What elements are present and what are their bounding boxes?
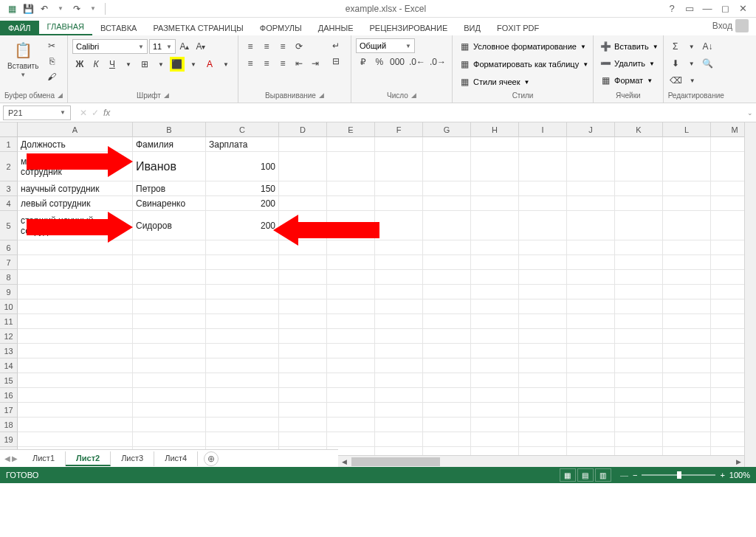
page-break-view-icon[interactable]: ▥ xyxy=(595,468,611,482)
align-top-icon[interactable]: ≡ xyxy=(243,39,258,54)
cell-K6[interactable] xyxy=(615,240,663,255)
cell-H14[interactable] xyxy=(471,358,519,373)
indent-decrease-icon[interactable]: ⇤ xyxy=(292,56,306,71)
cell-I18[interactable] xyxy=(519,418,567,432)
tab-formulas[interactable]: ФОРМУЛЫ xyxy=(252,21,310,35)
cell-J11[interactable] xyxy=(567,314,615,329)
cell-B15[interactable] xyxy=(133,373,206,388)
row-header-5[interactable]: 5 xyxy=(0,211,18,240)
cell-A16[interactable] xyxy=(18,388,133,403)
cell-K8[interactable] xyxy=(615,270,663,285)
cell-L18[interactable] xyxy=(663,418,711,432)
zoom-in-icon[interactable]: + xyxy=(720,471,724,479)
cell-E6[interactable] xyxy=(327,240,375,255)
scroll-thumb[interactable] xyxy=(351,457,440,466)
cell-G19[interactable] xyxy=(423,432,471,447)
tab-layout[interactable]: РАЗМЕТКА СТРАНИЦЫ xyxy=(145,21,251,35)
row-header-14[interactable]: 14 xyxy=(0,358,18,373)
cell-J1[interactable] xyxy=(567,137,615,152)
row-header-17[interactable]: 17 xyxy=(0,403,18,418)
cell-E8[interactable] xyxy=(327,270,375,285)
cell-D8[interactable] xyxy=(279,270,327,285)
cell-I3[interactable] xyxy=(519,181,567,196)
row-header-10[interactable]: 10 xyxy=(0,299,18,314)
cell-D13[interactable] xyxy=(279,344,327,358)
cell-D9[interactable] xyxy=(279,285,327,299)
number-format-combo[interactable]: Общий▼ xyxy=(356,38,415,53)
cell-G12[interactable] xyxy=(423,329,471,344)
cell-I10[interactable] xyxy=(519,299,567,314)
format-cells-button[interactable]: ▦Формат▼ xyxy=(598,72,659,89)
align-right-icon[interactable]: ≡ xyxy=(275,56,290,71)
clear-icon[interactable]: ⌫ xyxy=(668,73,684,88)
select-all-corner[interactable] xyxy=(0,122,18,137)
cell-K15[interactable] xyxy=(615,373,663,388)
zoom-out-icon[interactable]: − xyxy=(633,471,637,479)
cell-G13[interactable] xyxy=(423,344,471,358)
col-header-E[interactable]: E xyxy=(327,122,375,137)
row-header-11[interactable]: 11 xyxy=(0,314,18,329)
cell-G6[interactable] xyxy=(423,240,471,255)
cell-J2[interactable] xyxy=(567,152,615,181)
cell-I2[interactable] xyxy=(519,152,567,181)
cell-B5[interactable]: Сидоров xyxy=(133,211,206,240)
row-header-3[interactable]: 3 xyxy=(0,181,18,196)
cell-C12[interactable] xyxy=(206,329,279,344)
cell-E4[interactable] xyxy=(327,196,375,211)
font-color-icon[interactable]: A xyxy=(202,57,217,72)
cell-C10[interactable] xyxy=(206,299,279,314)
align-left-icon[interactable]: ≡ xyxy=(243,56,258,71)
cell-J13[interactable] xyxy=(567,344,615,358)
border-dropdown-icon[interactable]: ▼ xyxy=(154,57,168,72)
row-header-9[interactable]: 9 xyxy=(0,285,18,299)
normal-view-icon[interactable]: ▦ xyxy=(560,468,576,482)
cell-C3[interactable]: 150 xyxy=(206,181,279,196)
cell-A3[interactable]: научный сотрудник xyxy=(18,181,133,196)
cell-G17[interactable] xyxy=(423,403,471,418)
cell-B16[interactable] xyxy=(133,388,206,403)
cell-H11[interactable] xyxy=(471,314,519,329)
tab-insert[interactable]: ВСТАВКА xyxy=(92,21,145,35)
cell-E9[interactable] xyxy=(327,285,375,299)
align-bottom-icon[interactable]: ≡ xyxy=(275,39,290,54)
cell-D12[interactable] xyxy=(279,329,327,344)
cell-I11[interactable] xyxy=(519,314,567,329)
cell-E3[interactable] xyxy=(327,181,375,196)
cell-B11[interactable] xyxy=(133,314,206,329)
cell-A18[interactable] xyxy=(18,418,133,432)
cell-J7[interactable] xyxy=(567,255,615,270)
comma-icon[interactable]: 000 xyxy=(388,55,406,69)
cell-E10[interactable] xyxy=(327,299,375,314)
format-painter-icon[interactable]: 🖌 xyxy=(44,69,59,84)
cell-L16[interactable] xyxy=(663,388,711,403)
cell-H2[interactable] xyxy=(471,152,519,181)
cell-A15[interactable] xyxy=(18,373,133,388)
cell-D5[interactable] xyxy=(279,211,327,240)
cell-C15[interactable] xyxy=(206,373,279,388)
cell-F9[interactable] xyxy=(375,285,423,299)
horizontal-scrollbar[interactable]: ◀ ▶ xyxy=(338,455,744,467)
cell-B19[interactable] xyxy=(133,432,206,447)
indent-increase-icon[interactable]: ⇥ xyxy=(308,56,323,71)
fontcolor-dropdown-icon[interactable]: ▼ xyxy=(219,57,233,72)
cell-A2[interactable]: младший научный сотрудник xyxy=(18,152,133,181)
cell-E19[interactable] xyxy=(327,432,375,447)
italic-button[interactable]: К xyxy=(89,57,103,72)
tab-data[interactable]: ДАННЫЕ xyxy=(310,21,362,35)
cell-E13[interactable] xyxy=(327,344,375,358)
cell-D10[interactable] xyxy=(279,299,327,314)
cell-I7[interactable] xyxy=(519,255,567,270)
cell-C9[interactable] xyxy=(206,285,279,299)
cell-L4[interactable] xyxy=(663,196,711,211)
redo-icon[interactable]: ↷ xyxy=(71,3,83,15)
row-header-8[interactable]: 8 xyxy=(0,270,18,285)
fill-color-icon[interactable]: ⬛ xyxy=(170,57,185,72)
cell-G3[interactable] xyxy=(423,181,471,196)
cell-H13[interactable] xyxy=(471,344,519,358)
dialog-launcher-icon[interactable]: ◢ xyxy=(411,91,416,99)
cell-B13[interactable] xyxy=(133,344,206,358)
row-header-1[interactable]: 1 xyxy=(0,137,18,152)
cell-G11[interactable] xyxy=(423,314,471,329)
cell-B1[interactable]: Фамилия xyxy=(133,137,206,152)
cell-L17[interactable] xyxy=(663,403,711,418)
